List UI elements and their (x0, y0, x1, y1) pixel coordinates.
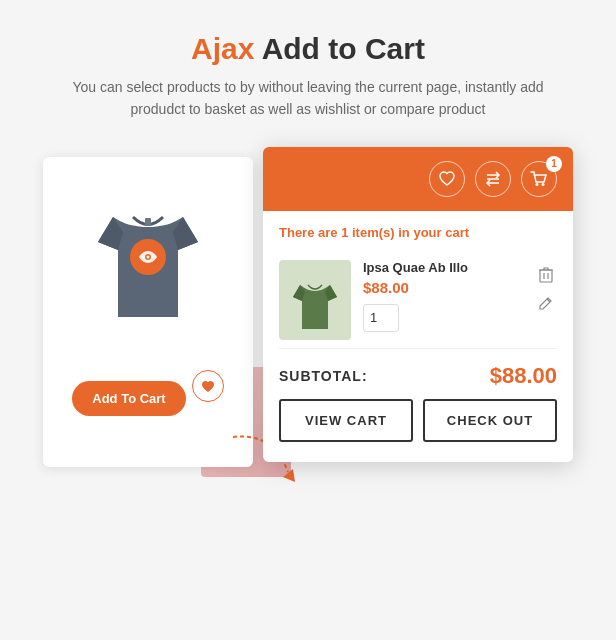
checkout-button[interactable]: CHECK OUT (423, 399, 557, 442)
cart-item-unit: item(s) (348, 225, 394, 240)
page-subtitle: You can select products to by without le… (60, 76, 556, 121)
cart-item-price: $88.00 (363, 279, 523, 296)
cart-popup-body: There are 1 item(s) in your cart Ipsa Qu… (263, 211, 573, 462)
cart-popup: 1 There are 1 item(s) in your cart (263, 147, 573, 462)
view-cart-button[interactable]: VIEW CART (279, 399, 413, 442)
cart-popup-header: 1 (263, 147, 573, 211)
page-header: Ajax Add to Cart You can select products… (0, 0, 616, 137)
svg-marker-3 (283, 469, 295, 482)
subtotal-value: $88.00 (490, 363, 557, 389)
cart-info-suffix: in your cart (395, 225, 469, 240)
edit-item-button[interactable] (535, 292, 557, 314)
cart-item-actions (535, 260, 557, 314)
cart-item-image (279, 260, 351, 340)
cart-actions: VIEW CART CHECK OUT (279, 399, 557, 448)
product-image-area (88, 177, 208, 337)
cart-item-name: Ipsa Quae Ab Illo (363, 260, 523, 275)
cart-item-details: Ipsa Quae Ab Illo $88.00 (363, 260, 523, 332)
wishlist-header-button[interactable] (429, 161, 465, 197)
svg-point-5 (542, 183, 545, 186)
remove-item-button[interactable] (535, 264, 557, 286)
wishlist-button[interactable] (192, 370, 224, 402)
cart-item: Ipsa Quae Ab Illo $88.00 (279, 252, 557, 349)
subtotal-label: SUBTOTAL: (279, 368, 368, 384)
title-rest: Add to Cart (254, 32, 425, 65)
cart-badge: 1 (546, 156, 562, 172)
svg-point-4 (536, 183, 539, 186)
cart-info-prefix: There are (279, 225, 341, 240)
demo-area: Add To Cart (43, 147, 573, 587)
tshirt-container (93, 182, 203, 332)
page-title: Ajax Add to Cart (60, 32, 556, 66)
cart-item-qty-input[interactable] (363, 304, 399, 332)
cart-header-button[interactable]: 1 (521, 161, 557, 197)
add-to-cart-button[interactable]: Add To Cart (72, 381, 185, 416)
svg-rect-0 (145, 218, 151, 226)
svg-rect-6 (540, 270, 552, 282)
svg-point-2 (147, 255, 150, 258)
subtotal-row: SUBTOTAL: $88.00 (279, 349, 557, 399)
add-row: Add To Cart (72, 357, 223, 416)
title-highlight: Ajax (191, 32, 254, 65)
product-card: Add To Cart (43, 157, 253, 467)
cart-info-text: There are 1 item(s) in your cart (279, 225, 557, 240)
quick-view-icon[interactable] (130, 239, 166, 275)
compare-header-button[interactable] (475, 161, 511, 197)
